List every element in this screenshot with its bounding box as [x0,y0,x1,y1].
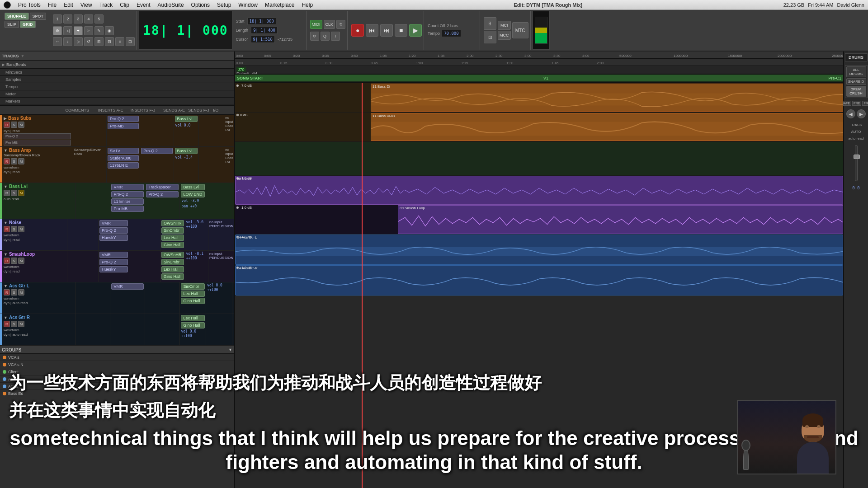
menu-file[interactable]: File [48,2,57,8]
smashloop-mute-btn[interactable]: M [18,258,24,264]
main-counter-section[interactable]: 18| 1| 000 [139,11,232,50]
midi-btn[interactable]: MIDI [310,20,322,29]
bass-amp-insert2[interactable]: StuderA800 [108,155,139,161]
smashloop-send1[interactable]: OWSnHR [161,252,184,258]
arr-track-bass-lvl[interactable] [235,142,843,176]
mmc-btn2[interactable]: MCC [498,31,511,40]
acs-gtr-l-solo-btn[interactable]: S [11,289,17,296]
pencil-btn[interactable]: ✎ [94,26,104,35]
bass-di-clip[interactable]: 11 Bass Di [371,84,843,112]
menu-help[interactable]: Help [302,2,313,8]
menu-view[interactable]: View [80,2,92,8]
acs-gtr-l-send2[interactable]: Lex Hall [181,291,205,297]
tool-3-2[interactable]: 3 [74,14,83,23]
quick-punch-btn[interactable]: Q [321,32,330,41]
grabber-btn[interactable]: ☞ [84,26,93,35]
rewind-btn[interactable]: ⏮ [366,24,378,37]
noise-insert2[interactable]: Pro-Q 2 [99,227,128,234]
arr-track-bass-subs[interactable]: ⊕ -7.0 dB 11 Bass Di [235,83,843,113]
noise-clip[interactable]: 08 Noise [235,176,843,205]
zoom-in-h[interactable]: ↔ [53,37,62,46]
ruler-expand-icon[interactable]: ▶ [2,62,5,67]
drums-fader-track[interactable] [855,145,858,181]
arr-track-smashloop[interactable]: ⊕ -1.0 dB 09 Smash Loop [235,205,843,235]
menu-audiosuite[interactable]: AudioSuite [158,2,184,8]
noise-rec-btn[interactable]: R [4,226,10,232]
sync-btn[interactable]: MTC [512,22,528,38]
bass-lvl-insert4[interactable]: Pro-MB [111,206,144,212]
bass-lvl-mute-btn[interactable]: M [18,190,24,196]
smashloop-send2[interactable]: SinCmbr [161,259,184,265]
tool-4-2[interactable]: 4 [84,14,93,23]
bass-lvl-send2[interactable]: LOW END [181,191,205,197]
track-punch-btn[interactable]: T [331,32,340,41]
smashloop-insert1[interactable]: VMR [99,252,128,258]
slip-mode-btn[interactable]: SLip [5,21,19,28]
menu-protools[interactable]: Pro Tools [18,2,41,8]
drums-next-btn[interactable]: ▶ [857,109,866,118]
shuffle-mode-btn[interactable]: ShufFLE [5,13,29,20]
smashloop-insert3[interactable]: HueskY [99,266,128,272]
smashloop-insert2[interactable]: Pro-Q 2 [99,259,128,265]
drum-crush-btn[interactable]: DRUM CRUSH [846,86,866,97]
noise-expand[interactable]: ▼ [4,221,8,225]
tool-2-2[interactable]: 2 [63,14,72,23]
smashloop-solo-btn[interactable]: S [11,258,17,264]
bass-subs-plugin[interactable]: Pro-Q 2 [4,133,71,139]
zoom-btn2[interactable]: ▷ [74,37,83,46]
bass-lvl-rec-btn[interactable]: R [4,190,10,196]
acs-gtr-l-rec-btn[interactable]: R [4,289,10,296]
acs-gtr-l-mute-btn[interactable]: M [18,289,24,296]
scrubber-btn[interactable]: ◉ [105,26,114,35]
acs-gtr-r-mute-btn[interactable]: M [18,321,24,327]
drums-fader-thumb[interactable] [854,155,860,159]
noise-solo-btn[interactable]: S [11,226,17,232]
all-drums-btn[interactable]: ALL DRUMS [846,66,866,77]
menu-clip[interactable]: Clip [120,2,129,8]
tool-5-2[interactable]: 5 [94,14,104,23]
zoom-btn[interactable]: ⊕ [53,26,62,35]
bass-lvl-insert6[interactable]: Pro-Q 2 [146,191,179,197]
selector-btn[interactable]: ✦ [74,26,83,35]
drums-prev-btn[interactable]: ◀ [846,109,855,118]
pre-btn[interactable]: PRE [852,101,861,106]
group-bass-ed[interactable]: Bass Ed [0,390,234,397]
group-acs2[interactable]: Acs 2 [0,383,234,390]
meter-btn1[interactable]: 🎚 [484,17,496,30]
fast-forward-btn[interactable]: ⏭ [380,24,393,37]
zoom-out-h[interactable]: ↕ [63,37,72,46]
snare-btn[interactable]: snare d [846,78,866,85]
menu-window[interactable]: Window [238,2,258,8]
acs-gtr-r-expand[interactable]: ▼ [4,315,8,320]
noise-insert1[interactable]: VMR [99,220,128,226]
bass-lvl-insert5[interactable]: Trackspacer [146,184,179,190]
menu-options[interactable]: Options [191,2,210,8]
bass-subs-plugin2[interactable]: Pro-MB [4,140,71,145]
bass-amp-expand[interactable]: ▼ [4,148,8,153]
fmp-btn[interactable]: FMP [862,101,868,106]
bass-subs-rec-btn[interactable]: R [4,122,10,128]
noise-mute-btn[interactable]: M [18,226,24,232]
extra-btn[interactable]: ⊞ [94,37,104,46]
acs-gtr-l-expand[interactable]: ▼ [4,284,8,288]
menu-setup[interactable]: Setup [217,2,231,8]
bass-subs-insert2[interactable]: Pro-MB [108,123,139,129]
menu-event[interactable]: Event [137,2,151,8]
group-client[interactable]: Client [0,368,234,375]
bass-amp-insert3[interactable]: 1176LN E [108,162,139,169]
arr-track-noise[interactable]: ⊕ -1.0 dB 08 Noise [235,176,843,205]
bass-amp-insert4[interactable]: Pro-Q 2 [141,148,172,154]
smashloop-expand[interactable]: ▼ [4,252,8,257]
bass-amp-insert1[interactable]: SV1V [108,148,139,154]
start-value[interactable]: 18| 1| 000 [247,18,276,25]
smashloop-send3[interactable]: Lex Hall [161,266,184,272]
acs-gtr-r-send1[interactable]: Lex Hall [181,315,205,321]
extra-btn4[interactable]: ⊡ [126,37,135,46]
bass-lvl-solo-btn[interactable]: S [11,190,17,196]
loop-btn[interactable]: ↺ [84,37,93,46]
cntdn-btn[interactable]: ↯ [336,20,345,29]
acs-gtr-l-send3[interactable]: Gino Hall [181,298,205,304]
acs-gtr-r-rec-btn[interactable]: R [4,321,10,327]
loop-record-btn[interactable]: ⟳ [310,32,319,41]
bass-amp-send1[interactable]: Bass Lvl [175,148,198,154]
